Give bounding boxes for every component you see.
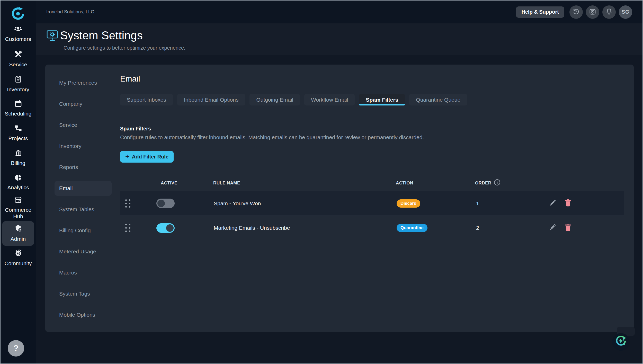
sidebar-item-label: Inventory [7, 86, 29, 93]
flowchart-icon [15, 125, 22, 133]
ai-sparkle-refresh-icon [615, 335, 627, 349]
delete-rule-button[interactable] [565, 191, 571, 216]
add-filter-rule-button[interactable]: + Add Filter Rule [120, 151, 174, 163]
clipboard-check-icon [15, 76, 21, 84]
email-settings-section: Email Support Inboxes Inbound Email Opti… [120, 65, 627, 332]
edit-rule-button[interactable] [549, 191, 556, 216]
sidebar-item-label: Billing [11, 160, 25, 166]
tab-quarantine-queue[interactable]: Quarantine Queue [409, 94, 467, 105]
sidebar-item-label: Commerce Hub [1, 207, 36, 219]
filter-rules-table: Spam - You've Won Discard 1 [120, 191, 624, 240]
sidebar-item-label: Projects [8, 135, 28, 141]
edit-rule-button[interactable] [549, 216, 556, 240]
sidebar-item-scheduling[interactable]: Scheduling [1, 100, 36, 117]
order-value: 1 [476, 191, 479, 216]
settings-nav-company[interactable]: Company [55, 96, 112, 111]
company-name: Ironclad Solutions, LLC [46, 1, 94, 23]
user-avatar[interactable]: SG [619, 5, 632, 19]
admin-shield-icon [14, 225, 22, 234]
settings-nav-service[interactable]: Service [55, 118, 112, 132]
sidebar-item-label: Customers [5, 36, 31, 42]
active-toggle[interactable] [156, 199, 175, 208]
sidebar-item-label: Admin [11, 236, 26, 242]
page-header: System Settings Configure settings to be… [36, 23, 642, 55]
tab-outgoing-email[interactable]: Outgoing Email [249, 94, 300, 105]
spam-filters-description: Configure rules to automatically filter … [120, 134, 424, 140]
rule-name: Marketing Emails - Unsubscribe [214, 216, 290, 240]
sidebar-item-label: Service [9, 61, 27, 68]
timer-icon [589, 8, 596, 16]
trash-icon [565, 224, 571, 233]
sidebar-item-service[interactable]: Service [1, 51, 36, 68]
settings-nav-system-tables[interactable]: System Tables [55, 202, 112, 217]
help-support-button[interactable]: Help & Support [516, 6, 564, 18]
top-bar: Ironclad Solutions, LLC Help & Support [36, 1, 642, 23]
sidebar-item-label: Analytics [7, 184, 29, 191]
primary-sidebar: Customers Service Invento [1, 1, 36, 363]
customers-icon [14, 26, 22, 34]
page-subtitle: Configure settings to better optimize yo… [64, 45, 185, 51]
sidebar-item-billing[interactable]: Billing [1, 150, 36, 166]
settings-nav-system-tags[interactable]: System Tags [55, 286, 112, 301]
history-button[interactable] [569, 5, 583, 19]
settings-nav-email[interactable]: Email [55, 181, 112, 196]
topbar-actions: Help & Support [516, 1, 632, 23]
plus-icon: + [125, 153, 129, 161]
sidebar-item-inventory[interactable]: Inventory [1, 76, 36, 93]
spam-filters-heading: Spam Filters [120, 126, 151, 132]
pencil-icon [549, 199, 556, 208]
tab-support-inboxes[interactable]: Support Inboxes [120, 94, 173, 105]
section-heading: Email [120, 74, 140, 84]
sidebar-item-commerce-hub[interactable]: Commerce Hub [1, 197, 36, 219]
column-header-rule-name: RULE NAME [213, 175, 240, 191]
table-row: Spam - You've Won Discard 1 [120, 191, 624, 216]
system-settings-icon [46, 30, 58, 42]
order-value: 2 [476, 216, 479, 240]
settings-nav-my-preferences[interactable]: My Preferences [55, 75, 112, 90]
settings-nav-macros[interactable]: Macros [55, 265, 112, 280]
settings-nav-mobile-options[interactable]: Mobile Options [55, 307, 112, 322]
column-header-order: ORDER [475, 175, 501, 191]
ai-assistant-button[interactable] [612, 333, 630, 351]
column-header-active: ACTIVE [161, 175, 177, 191]
bell-icon [605, 8, 613, 16]
pencil-icon [549, 224, 556, 232]
action-badge: Discard [397, 199, 420, 208]
tab-workflow-email[interactable]: Workflow Email [304, 94, 355, 105]
sidebar-item-label: Community [4, 260, 32, 267]
timer-button[interactable] [586, 5, 599, 19]
delete-rule-button[interactable] [565, 216, 571, 240]
settings-nav-metered-usage[interactable]: Metered Usage [55, 244, 112, 259]
rule-name: Spam - You've Won [214, 191, 261, 216]
brand-logo-icon[interactable] [11, 7, 25, 21]
service-tools-icon [15, 51, 22, 59]
email-tabs: Support Inboxes Inbound Email Options Ou… [120, 94, 467, 105]
action-badge: Quarantine [397, 224, 427, 232]
notifications-button[interactable] [602, 5, 616, 19]
history-icon [573, 8, 580, 16]
settings-panel: My Preferences Company Service Inventory… [45, 65, 634, 332]
active-toggle[interactable] [156, 223, 175, 233]
settings-nav: My Preferences Company Service Inventory… [55, 75, 112, 329]
sidebar-item-projects[interactable]: Projects [1, 125, 36, 141]
drag-handle[interactable] [125, 216, 130, 240]
question-mark-icon: ? [13, 343, 19, 353]
bank-icon [15, 150, 22, 158]
calendar-icon [15, 100, 22, 108]
sidebar-item-label: Scheduling [5, 110, 32, 117]
sidebar-item-admin[interactable]: Admin [2, 221, 34, 246]
sidebar-item-customers[interactable]: Customers [1, 26, 36, 42]
tab-spam-filters[interactable]: Spam Filters [359, 94, 405, 105]
sidebar-item-analytics[interactable]: Analytics [1, 174, 36, 191]
help-fab-button[interactable]: ? [8, 340, 24, 357]
settings-nav-reports[interactable]: Reports [55, 160, 112, 175]
filter-table-header: ACTIVE RULE NAME ACTION ORDER [120, 175, 624, 191]
storefront-icon [15, 197, 22, 205]
sidebar-item-community[interactable]: Community [1, 249, 36, 267]
settings-nav-billing-config[interactable]: Billing Config [55, 223, 112, 238]
drag-handle[interactable] [125, 191, 130, 216]
table-row: Marketing Emails - Unsubscribe Quarantin… [120, 216, 624, 240]
tab-inbound-email-options[interactable]: Inbound Email Options [177, 94, 245, 105]
settings-nav-inventory[interactable]: Inventory [55, 139, 112, 154]
info-icon[interactable] [494, 179, 501, 187]
